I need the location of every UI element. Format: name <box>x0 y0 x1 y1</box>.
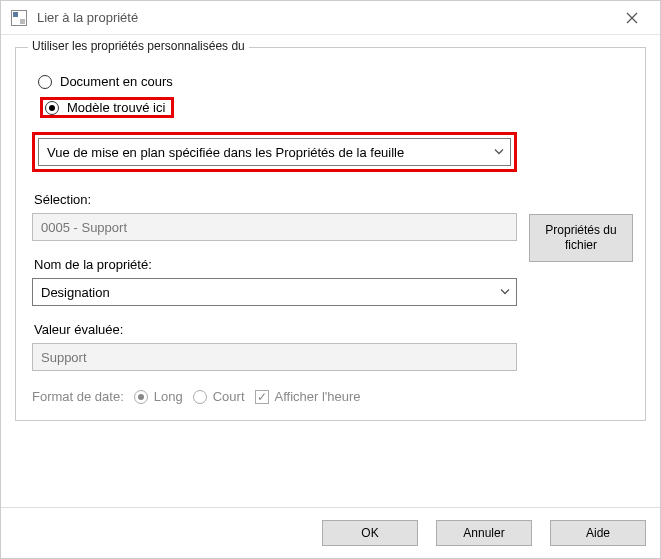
dialog-footer: OK Annuler Aide <box>1 507 660 558</box>
radio-icon <box>45 101 59 115</box>
chevron-down-icon <box>500 285 510 300</box>
radio-label: Modèle trouvé ici <box>67 100 165 115</box>
button-label: OK <box>361 526 378 540</box>
close-icon <box>626 12 638 24</box>
button-label: Aide <box>586 526 610 540</box>
checkbox-label: Afficher l'heure <box>275 389 361 404</box>
selection-label: Sélection: <box>34 192 517 207</box>
ok-button[interactable]: OK <box>322 520 418 546</box>
close-button[interactable] <box>612 4 652 32</box>
checkbox-show-time[interactable]: ✓ Afficher l'heure <box>255 389 361 404</box>
date-format-row: Format de date: Long Court ✓ Afficher l'… <box>32 389 517 404</box>
radio-current-document[interactable]: Document en cours <box>38 74 517 89</box>
radio-label: Court <box>213 389 245 404</box>
radio-found-model[interactable]: Modèle trouvé ici <box>40 97 174 118</box>
file-properties-button[interactable]: Propriétés du fichier <box>529 214 633 262</box>
dialog-body: Utiliser les propriétés personnalisées d… <box>1 35 660 507</box>
button-label: Annuler <box>463 526 504 540</box>
groupbox-legend: Utiliser les propriétés personnalisées d… <box>28 39 249 53</box>
titlebar: Lier à la propriété <box>1 1 660 35</box>
chevron-down-icon <box>494 145 504 160</box>
evaluated-value-label: Valeur évaluée: <box>34 322 517 337</box>
dropdown-value: Vue de mise en plan spécifiée dans les P… <box>47 145 404 160</box>
help-button[interactable]: Aide <box>550 520 646 546</box>
highlight-view-dropdown: Vue de mise en plan spécifiée dans les P… <box>32 132 517 172</box>
window-title: Lier à la propriété <box>37 10 138 25</box>
svg-rect-2 <box>20 19 25 24</box>
radio-icon <box>134 390 148 404</box>
view-source-dropdown[interactable]: Vue de mise en plan spécifiée dans les P… <box>38 138 511 166</box>
radio-date-long[interactable]: Long <box>134 389 183 404</box>
checkbox-icon: ✓ <box>255 390 269 404</box>
selection-value: 0005 - Support <box>41 220 127 235</box>
app-icon <box>11 10 27 26</box>
button-label: Propriétés du fichier <box>534 223 628 253</box>
radio-label: Long <box>154 389 183 404</box>
right-column: Propriétés du fichier <box>529 70 633 404</box>
left-column: Document en cours Modèle trouvé ici Vue … <box>32 70 517 404</box>
radio-date-short[interactable]: Court <box>193 389 245 404</box>
date-format-label: Format de date: <box>32 389 124 404</box>
radio-label: Document en cours <box>60 74 173 89</box>
evaluated-value-field: Support <box>32 343 517 371</box>
dialog-link-to-property: Lier à la propriété Utiliser les proprié… <box>0 0 661 559</box>
radio-found-model-row: Modèle trouvé ici <box>36 97 517 118</box>
selection-field: 0005 - Support <box>32 213 517 241</box>
evaluated-value: Support <box>41 350 87 365</box>
property-name-combo[interactable]: Designation <box>32 278 517 306</box>
cancel-button[interactable]: Annuler <box>436 520 532 546</box>
svg-rect-1 <box>13 12 18 17</box>
property-name-value: Designation <box>41 285 110 300</box>
property-name-label: Nom de la propriété: <box>34 257 517 272</box>
radio-icon <box>38 75 52 89</box>
groupbox-custom-properties: Utiliser les propriétés personnalisées d… <box>15 47 646 421</box>
radio-icon <box>193 390 207 404</box>
